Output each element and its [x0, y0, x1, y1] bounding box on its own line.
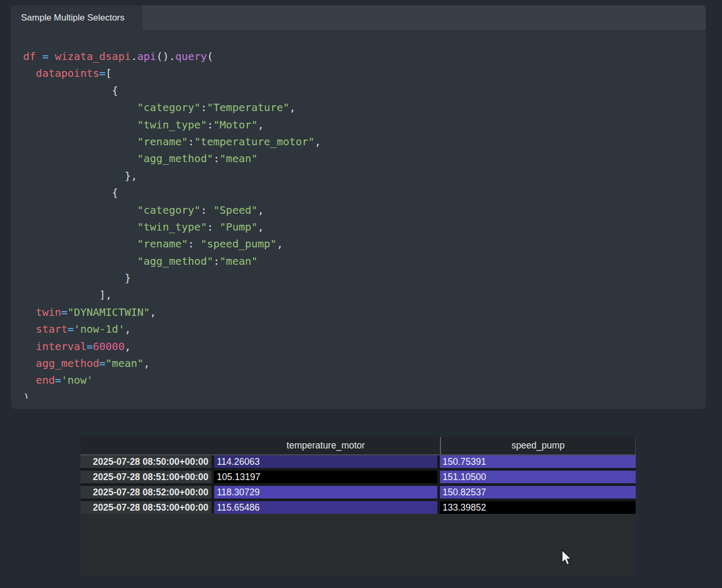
- code-token: "twin_type": [137, 118, 207, 131]
- code-token: :: [188, 237, 200, 250]
- code-token: [36, 50, 42, 63]
- table-cell: 150.82537: [440, 486, 636, 499]
- code-token: "speed_pump": [200, 237, 277, 250]
- code-token: :: [188, 135, 194, 148]
- code-token: "rename": [137, 237, 188, 250]
- code-token: api: [137, 50, 156, 63]
- code-line: ): [23, 389, 696, 398]
- tab-bar-empty-area: [143, 5, 706, 30]
- table-cell: 114.26063: [214, 455, 437, 468]
- code-token: "Temperature": [207, 101, 289, 114]
- dataframe-column-header: temperature_motor: [214, 437, 437, 454]
- table-cell: 118.30729: [214, 486, 437, 499]
- screen: Sample Multiple Selectors df = wizata_ds…: [0, 0, 722, 588]
- code-line: agg_method="mean",: [23, 355, 696, 372]
- code-token: ],: [23, 288, 112, 301]
- table-cell: 115.65486: [214, 501, 437, 514]
- row-index-timestamp: 2025-07-28 08:52:00+00:00: [81, 486, 212, 499]
- code-token: query: [175, 50, 207, 63]
- dataframe-index-header: [81, 437, 212, 454]
- code-token: "DYNAMICTWIN": [67, 306, 150, 318]
- code-token: {: [23, 84, 118, 97]
- table-cell: 150.75391: [440, 455, 636, 468]
- dataframe-column-header: speed_pump: [440, 437, 636, 454]
- code-line: }: [23, 270, 696, 286]
- code-token: "mean": [219, 255, 257, 267]
- code-token: "category": [137, 204, 200, 216]
- code-line: "category":"Temperature",: [23, 99, 696, 116]
- code-token: "temperature_motor": [194, 135, 315, 148]
- row-index-timestamp: 2025-07-28 08:50:00+00:00: [81, 455, 212, 468]
- code-cell-panel: Sample Multiple Selectors df = wizata_ds…: [11, 5, 706, 409]
- code-token: "mean": [219, 152, 257, 165]
- table-cell: 105.13197: [214, 471, 437, 483]
- code-line: twin="DYNAMICTWIN",: [23, 304, 696, 321]
- code-line: ],: [23, 286, 696, 303]
- code-token: end: [36, 374, 55, 386]
- code-token: .: [169, 50, 175, 63]
- code-token: interval: [36, 340, 86, 353]
- code-token: ,: [289, 101, 296, 114]
- table-cell: 151.10500: [440, 471, 636, 483]
- code-token: twin: [36, 306, 61, 318]
- code-line: "agg_method":"mean": [23, 150, 696, 167]
- code-token: ,: [277, 237, 283, 250]
- code-token: [23, 357, 36, 370]
- code-token: [23, 374, 36, 386]
- code-line: },: [23, 167, 696, 184]
- code-token: ,: [258, 221, 264, 233]
- code-token: :: [207, 118, 213, 131]
- code-token: [23, 237, 137, 250]
- code-token: ,: [315, 135, 321, 148]
- code-token: [48, 50, 55, 63]
- code-token: (: [207, 50, 213, 63]
- code-token: [23, 306, 36, 318]
- table-row: 2025-07-28 08:52:00+00:00118.30729150.82…: [81, 486, 636, 499]
- code-line: interval=60000,: [23, 338, 696, 355]
- code-token: ,: [258, 204, 264, 216]
- tab-sample-multiple-selectors[interactable]: Sample Multiple Selectors: [11, 5, 143, 30]
- code-token: "agg_method": [137, 255, 214, 267]
- output-area: temperature_motor speed_pump 2025-07-28 …: [81, 437, 636, 575]
- code-token: start: [36, 323, 67, 335]
- code-token: {: [23, 186, 118, 199]
- code-line: "rename": "speed_pump",: [23, 235, 696, 252]
- code-token: [23, 323, 36, 335]
- code-token: 'now': [61, 374, 93, 386]
- code-line: start='now-1d',: [23, 321, 696, 337]
- code-token: .: [131, 50, 137, 63]
- code-token: (): [156, 50, 169, 63]
- code-editor[interactable]: df = wizata_dsapi.api().query( datapoint…: [11, 41, 706, 398]
- row-index-timestamp: 2025-07-28 08:53:00+00:00: [81, 501, 212, 514]
- code-line: "agg_method":"mean": [23, 253, 696, 270]
- code-token: [23, 118, 137, 131]
- code-token: ,: [144, 357, 150, 370]
- code-token: "mean": [106, 357, 144, 370]
- code-token: [23, 101, 137, 114]
- code-token: 'now-1d': [74, 323, 124, 335]
- code-token: }: [23, 272, 131, 284]
- code-token: :: [213, 255, 219, 267]
- code-token: =: [42, 50, 48, 63]
- code-token: "twin_type": [137, 221, 207, 233]
- code-token: =: [99, 67, 106, 79]
- code-token: [: [106, 67, 112, 79]
- row-index-timestamp: 2025-07-28 08:51:00+00:00: [81, 471, 212, 483]
- code-token: "Speed": [213, 204, 257, 216]
- code-token: =: [67, 323, 74, 335]
- code-token: ,: [150, 306, 156, 318]
- code-token: },: [23, 170, 137, 182]
- code-token: :: [200, 101, 207, 114]
- tab-label: Sample Multiple Selectors: [21, 13, 125, 23]
- code-line: datapoints=[: [23, 65, 696, 82]
- code-token: "rename": [137, 135, 188, 148]
- dataframe-header-row: temperature_motor speed_pump: [81, 437, 636, 455]
- table-row: 2025-07-28 08:53:00+00:00115.65486133.39…: [81, 501, 636, 514]
- code-token: agg_method: [36, 357, 99, 370]
- code-token: datapoints: [36, 67, 99, 79]
- code-line: {: [23, 184, 696, 201]
- code-token: =: [61, 306, 67, 318]
- code-token: ): [23, 391, 29, 398]
- code-token: [23, 255, 137, 267]
- code-token: ,: [258, 118, 264, 131]
